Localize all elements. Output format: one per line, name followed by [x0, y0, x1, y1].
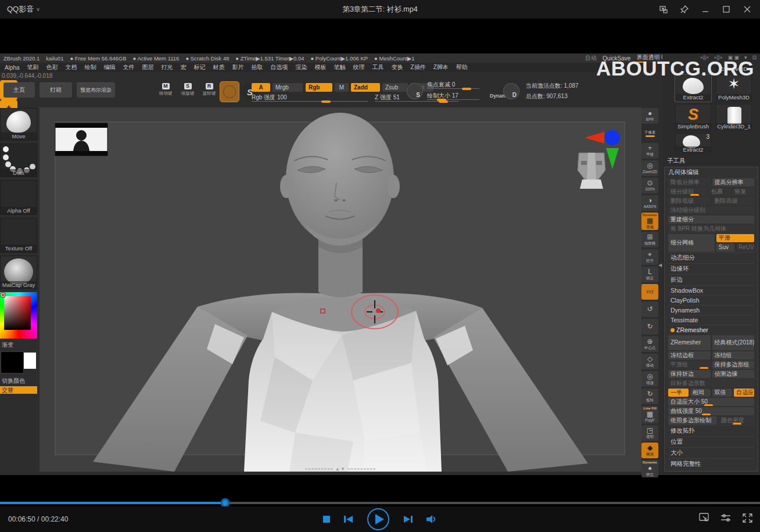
- stop-button[interactable]: [322, 515, 331, 523]
- cage-button[interactable]: 包裹: [709, 188, 731, 196]
- subtool-section-header[interactable]: 子工具: [662, 155, 760, 166]
- right-shelf-button[interactable]: ⊞ 地面格: [641, 232, 658, 247]
- menu-item[interactable]: 材质: [213, 63, 225, 71]
- app-menu[interactable]: QQ影音 ∨: [7, 4, 40, 15]
- home-button[interactable]: 主页: [3, 82, 35, 98]
- right-shelf-button[interactable]: ↻ 旋转: [641, 389, 658, 404]
- lower-res-button[interactable]: 降低分辨率: [668, 178, 711, 186]
- right-shelf-button[interactable]: ⊙ 100%: [641, 178, 658, 193]
- palette-header-icon[interactable]: ⊡: [752, 55, 757, 60]
- previous-button[interactable]: [343, 515, 354, 524]
- secondary-color-swatch[interactable]: [24, 353, 36, 369]
- minimize-button[interactable]: [697, 2, 714, 16]
- modify-topology-section[interactable]: 修改拓扑: [668, 425, 754, 436]
- freeze-border-button[interactable]: 冻结边框: [668, 351, 711, 360]
- suv-toggle[interactable]: Suv: [716, 243, 734, 251]
- right-shelf-button[interactable]: 子像素: [641, 125, 658, 141]
- close-button[interactable]: [739, 2, 755, 16]
- divide-button[interactable]: 细分网格: [668, 234, 715, 251]
- scale-mode-button[interactable]: S 缩放键: [179, 83, 196, 99]
- menu-item[interactable]: 标记: [194, 63, 206, 71]
- tool-thumb-hidden[interactable]: [675, 61, 711, 73]
- alpha-thumb[interactable]: Alpha Off: [0, 180, 37, 215]
- quicksave-button[interactable]: QuickSave: [603, 55, 630, 62]
- current-brush-button[interactable]: [220, 81, 239, 102]
- fullscreen-button[interactable]: [741, 512, 754, 524]
- curves-strength-slider[interactable]: 曲线强度 50: [668, 407, 754, 415]
- zremesher-button[interactable]: ZRemesher: [668, 335, 711, 350]
- right-shelf-button[interactable]: ◆ 幽灵: [641, 443, 658, 458]
- freeze-subdiv-button[interactable]: 冻结细分级别: [668, 206, 754, 214]
- right-shelf-button[interactable]: ◳ 透明: [641, 425, 658, 441]
- menu-item[interactable]: 文件: [123, 63, 135, 71]
- material-thumb[interactable]: MatCap Gray: [0, 256, 37, 289]
- right-shelf-button[interactable]: ◎ Zoom2D: [641, 160, 658, 176]
- tessimate-section[interactable]: Tessimate: [668, 315, 754, 324]
- freeze-groups-button[interactable]: 冻结组: [712, 351, 755, 360]
- use-polypaint-button[interactable]: 使用多边形绘制: [668, 416, 717, 425]
- current-tool-thumb[interactable]: Move: [0, 108, 37, 141]
- del-higher-button[interactable]: 删除高级: [712, 197, 755, 205]
- viewport-canvas[interactable]: ««««««««« ▲▼ »»»»»»»»»: [40, 107, 641, 472]
- edgeloop-section[interactable]: 边缘环: [668, 263, 754, 274]
- lightbox-button[interactable]: 灯箱: [40, 82, 72, 98]
- move-mode-button[interactable]: M 移动键: [157, 83, 174, 99]
- reconstruct-subdiv-button[interactable]: 重建细分: [668, 215, 754, 224]
- menu-item[interactable]: 编辑: [104, 63, 116, 71]
- right-shelf-button[interactable]: ⊕ 中心点: [641, 336, 658, 352]
- reuv-button[interactable]: ReUV: [736, 243, 754, 251]
- crease-section[interactable]: 折边: [668, 274, 754, 285]
- rgb-toggle[interactable]: Rgb: [306, 83, 332, 92]
- restore-button[interactable]: 恢复: [733, 188, 755, 196]
- menu-item[interactable]: Z插件: [411, 63, 426, 71]
- tool-thumb-extract2[interactable]: Extract2: [675, 75, 711, 102]
- main-color-swatch[interactable]: [1, 351, 24, 373]
- menu-item[interactable]: 笔刷: [27, 63, 39, 71]
- menu-item[interactable]: Alpha: [5, 64, 20, 71]
- keep-groups-button[interactable]: 保持多边形组: [712, 361, 755, 369]
- draw-size-slider[interactable]: 绘制大小 17: [427, 92, 479, 100]
- rotate-mode-button[interactable]: R 旋转键: [200, 83, 218, 99]
- menu-item[interactable]: 宏: [181, 63, 187, 71]
- menu-item[interactable]: 图层: [142, 63, 154, 71]
- smooth-toggle[interactable]: 平滑: [716, 234, 754, 242]
- menu-item[interactable]: 帮助: [456, 63, 468, 71]
- tool-thumb-cylinder3d[interactable]: Cylinder3D: [716, 61, 752, 73]
- adaptive-size-slider[interactable]: 自适应大小 50: [668, 398, 754, 406]
- maximize-button[interactable]: [718, 2, 734, 16]
- right-shelf-button[interactable]: Line Fill ▦ PolyF: [641, 406, 658, 423]
- right-shelf-button[interactable]: ↺: [641, 301, 658, 317]
- stroke-thumb[interactable]: Dots: [0, 143, 37, 177]
- tool-thumb-cylinder3d-1[interactable]: Cylinder3D_1: [716, 104, 752, 131]
- palette-header-icon[interactable]: «||»: [700, 55, 709, 60]
- double-button[interactable]: 双倍: [712, 389, 733, 397]
- switch-color-button[interactable]: 切换颜色: [0, 376, 38, 386]
- right-shelf-button[interactable]: ● BPR: [641, 108, 658, 124]
- seek-bar[interactable]: [0, 502, 760, 504]
- adaptive-button[interactable]: 自适应: [734, 389, 754, 397]
- right-shelf-button[interactable]: Dynamic ● 独立: [641, 460, 658, 477]
- right-shelf-button[interactable]: ◑ AA50%: [641, 195, 658, 211]
- position-section[interactable]: 位置: [668, 436, 754, 447]
- shadowbox-section[interactable]: ShadowBox: [668, 285, 754, 294]
- swap-color-button[interactable]: 交替: [0, 386, 37, 394]
- dynamesh-section[interactable]: Dynamesh: [668, 305, 754, 314]
- half-button[interactable]: 一半: [668, 389, 689, 397]
- menu-item[interactable]: 影片: [232, 63, 244, 71]
- mesh-integrity-section[interactable]: 网格完整性: [668, 458, 754, 469]
- menu-item[interactable]: 色彩: [46, 63, 58, 71]
- a-toggle[interactable]: A: [252, 83, 270, 92]
- menu-item[interactable]: 自选项: [271, 63, 288, 71]
- right-shelf-button[interactable]: ↻: [641, 319, 658, 335]
- dynamic-subdiv-section[interactable]: 动态细分: [668, 252, 754, 263]
- zremesher-section[interactable]: ZRemesher: [668, 325, 754, 334]
- palette-header-icon[interactable]: ▾: [744, 55, 747, 60]
- right-shelf-button[interactable]: Dynamic ▦ 透视: [641, 213, 658, 230]
- right-shelf-button[interactable]: ◇ 移动: [641, 354, 658, 369]
- higher-res-button[interactable]: 提高分辨率: [712, 178, 755, 186]
- palette-header-icon[interactable]: «||»: [714, 55, 723, 60]
- menu-item[interactable]: Z脚本: [433, 63, 449, 71]
- same-button[interactable]: 相同: [690, 389, 711, 397]
- palette-header-icon[interactable]: ▣ ▣: [727, 55, 739, 60]
- play-button[interactable]: [367, 508, 390, 531]
